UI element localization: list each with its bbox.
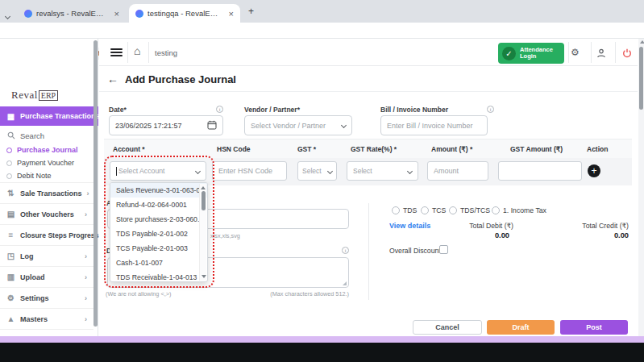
gear-icon[interactable]: ⚙ [571, 47, 580, 58]
info-icon: i [342, 247, 349, 254]
browser-tab-active[interactable]: testingqa - RevalERP - Add Fina × [129, 4, 240, 23]
resize-handle[interactable] [343, 281, 347, 285]
sidebar-item-settings[interactable]: ⚙ Settings › [0, 287, 93, 308]
sidebar-item-purchase-transactions[interactable]: ▦ Purchase Transactions [0, 106, 98, 126]
date-input[interactable]: 23/06/2025 17:21:57 [109, 115, 223, 135]
line-items-header: Account * HSN Code GST * GST Rate(%) * A… [104, 139, 632, 158]
sidebar-item-sale-transactions[interactable]: ⇅ Sale Transactions › [0, 182, 93, 203]
scroll-thumb[interactable] [202, 191, 206, 210]
chevron-right-icon: › [87, 189, 89, 198]
sidebar-item-payment-voucher[interactable]: Payment Voucher [0, 157, 93, 169]
tab-close-icon[interactable]: × [114, 9, 119, 19]
dropdown-option[interactable]: Sales Revenue-3-01-063-0... [110, 183, 207, 198]
divider [568, 42, 569, 63]
scroll-down-icon[interactable] [202, 275, 206, 278]
sidebar-item-other-vouchers[interactable]: ▤ Other Vouchers › [0, 203, 93, 224]
gst-amount-input[interactable] [498, 161, 582, 181]
vendor-select[interactable]: Select Vendor / Partner [244, 115, 352, 135]
dropdown-option[interactable]: TCS Payable-2-01-003 [110, 241, 207, 256]
hamburger-menu-icon[interactable] [110, 47, 123, 58]
dropdown-option[interactable]: Store purchases-2-03-060... [110, 212, 207, 227]
sidebar-section-label: Other Vouchers [20, 210, 74, 218]
back-arrow-icon[interactable]: ← [107, 73, 118, 85]
page-title-bar: ← Add Purchase Journal [107, 73, 236, 85]
gst-select[interactable]: Select [297, 161, 337, 181]
divider [148, 42, 149, 63]
sidebar-item-masters[interactable]: ▲ Masters › [0, 308, 93, 329]
tab-title: revalsys - RevalERP - Add Ticket [36, 9, 109, 18]
tab-title: testingqa - RevalERP - Add Fina [147, 9, 223, 18]
info-icon: i [216, 106, 223, 113]
col-account: Account * [113, 145, 145, 153]
browser-address-bar: ← → ↻ ⌂ ⇄ testingqa.revalomni.com/Financ… [0, 23, 644, 39]
post-button[interactable]: Post [560, 320, 628, 335]
add-row-button[interactable]: + [588, 164, 600, 177]
scroll-up-icon[interactable] [201, 186, 206, 189]
dropdown-option[interactable]: Refund-4-02-064-0001 [110, 198, 207, 212]
col-amount: Amount (₹) * [431, 145, 472, 153]
bullet-icon [6, 173, 12, 179]
chevron-right-icon: › [103, 231, 106, 239]
scroll-up-icon[interactable] [640, 40, 644, 44]
radio-tds-tcs[interactable]: TDS/TCS [449, 206, 490, 214]
vertical-scrollbar-thumb[interactable] [639, 47, 643, 110]
divider [99, 91, 638, 92]
radio-income-tax[interactable]: 1. Income Tax [492, 206, 546, 214]
app-logo[interactable]: RevalERP [11, 87, 58, 102]
radio-icon[interactable] [449, 206, 457, 214]
hsn-input[interactable] [212, 161, 287, 181]
browser-tab-inactive[interactable]: revalsys - RevalERP - Add Ticket × [18, 4, 126, 23]
tab-close-icon[interactable]: × [229, 9, 234, 19]
overall-discount-label: Overall Discount [389, 247, 441, 255]
folder-icon: ▥ [6, 273, 15, 281]
radio-label: TDS/TCS [460, 206, 490, 214]
home-icon[interactable]: ⌂ [134, 44, 140, 57]
list-icon: ≡ [6, 231, 15, 239]
dropdown-scrollbar[interactable] [199, 184, 206, 281]
horizontal-scrollbar[interactable] [0, 336, 644, 343]
gst-rate-select[interactable]: Select [347, 161, 418, 181]
sidebar-item-purchase-journal[interactable]: Purchase Journal [0, 144, 93, 156]
power-icon[interactable] [622, 47, 632, 61]
radio-tds[interactable]: TDS [392, 206, 417, 214]
account-select[interactable]: Select Account [110, 161, 206, 181]
chevron-right-icon: › [85, 210, 87, 218]
radio-icon[interactable] [421, 206, 429, 214]
calendar-icon[interactable] [207, 120, 217, 131]
sidebar-item-closure-steps-progress[interactable]: ≡ Closure Steps Progress › [0, 224, 93, 245]
radio-icon[interactable] [392, 206, 400, 214]
gear-icon: ⚙ [6, 293, 15, 302]
logo-text: Reval [11, 89, 38, 101]
draft-button[interactable]: Draft [487, 320, 555, 335]
sidebar-item-debit-note[interactable]: Debit Note [0, 170, 93, 181]
bullet-icon [6, 160, 12, 166]
dropdown-option[interactable]: Cash-1-01-007 [110, 256, 207, 270]
sidebar-root-label: Purchase Transactions [20, 112, 100, 120]
radio-icon[interactable] [492, 206, 500, 214]
sidebar-search[interactable]: Search [0, 129, 93, 142]
dropdown-option[interactable]: TDS Payable-2-01-002 [110, 227, 207, 241]
user-icon[interactable] [596, 47, 606, 61]
radio-tcs[interactable]: TCS [421, 206, 446, 214]
cancel-button[interactable]: Cancel [413, 320, 482, 335]
sidebar-item-upload[interactable]: ▥ Upload › [0, 266, 93, 287]
dropdown-option[interactable]: TDS Receivable-1-04-013 [110, 270, 207, 282]
page-title: Add Purchase Journal [125, 73, 236, 85]
new-tab-button[interactable]: + [248, 6, 254, 17]
gst-placeholder: Select [302, 167, 322, 175]
tab-search-chevron-icon[interactable] [6, 7, 10, 22]
overall-discount-checkbox[interactable] [439, 245, 448, 254]
sidebar-item-label: Purchase Journal [17, 146, 78, 154]
sidebar-scrollbar[interactable] [93, 40, 98, 327]
browser-tab-strip: revalsys - RevalERP - Add Ticket × testi… [0, 0, 644, 23]
account-dropdown: Sales Revenue-3-01-063-0... Refund-4-02-… [110, 182, 208, 282]
total-credit-label: Total Credit (₹) [534, 222, 629, 230]
sidebar-section-label: Closure Steps Progress [20, 231, 98, 239]
bill-invoice-input[interactable] [380, 115, 488, 135]
sidebar-search-label: Search [20, 131, 44, 140]
radio-label: 1. Income Tax [503, 206, 546, 214]
sidebar-item-log[interactable]: ◳ Log › [0, 245, 93, 266]
amount-input[interactable] [427, 161, 488, 181]
bullet-icon [6, 148, 12, 153]
attendance-login-button[interactable]: ✓ AttendanceLogin [498, 43, 564, 64]
